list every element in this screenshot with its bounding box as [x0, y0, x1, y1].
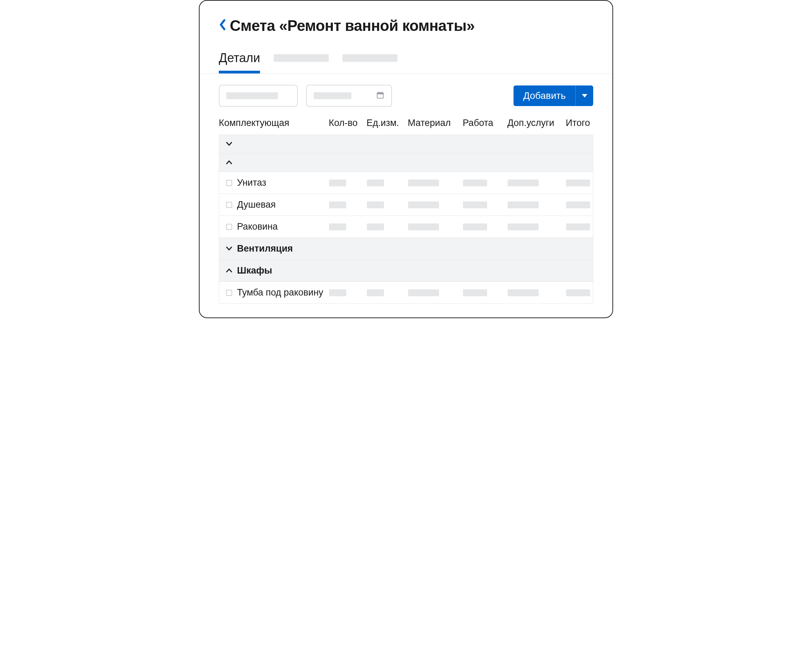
cell-placeholder	[463, 224, 487, 230]
cell-placeholder	[566, 289, 590, 296]
cell-placeholder	[508, 202, 539, 208]
col-work: Работа	[463, 118, 507, 128]
checkbox[interactable]	[226, 290, 232, 296]
field-placeholder	[314, 92, 351, 99]
col-component: Комплектующая	[219, 118, 329, 128]
group-row[interactable]	[219, 135, 593, 153]
tab-placeholder	[343, 54, 397, 62]
chevron-up-icon	[226, 267, 232, 274]
cell-placeholder	[508, 180, 539, 186]
chevron-down-icon	[226, 245, 232, 252]
svg-rect-1	[377, 93, 383, 95]
checkbox[interactable]	[226, 202, 232, 208]
cell-placeholder	[408, 289, 439, 296]
cell-placeholder	[329, 180, 346, 186]
group-row[interactable]: Вентиляция	[219, 238, 593, 260]
back-chevron-icon[interactable]	[219, 19, 226, 33]
table-row[interactable]: Душевая	[219, 194, 593, 216]
group-name: Шкафы	[237, 265, 272, 276]
title-row: Смета «Ремонт ванной комнаты»	[219, 17, 593, 34]
tab-details[interactable]: Детали	[219, 51, 260, 73]
table-header: Комплектующая Кол-во Ед.изм. Материал Ра…	[219, 118, 593, 134]
item-name: Унитаз	[237, 177, 266, 188]
svg-rect-2	[379, 91, 379, 93]
cell-placeholder	[408, 224, 439, 230]
add-button-group: Добавить	[513, 85, 593, 106]
table: Комплектующая Кол-во Ед.изм. Материал Ра…	[199, 118, 613, 317]
cell-placeholder	[463, 289, 487, 296]
tabs: Детали	[219, 51, 593, 73]
add-button-dropdown[interactable]	[575, 85, 593, 106]
cell-placeholder	[463, 180, 487, 186]
cell-placeholder	[329, 224, 346, 230]
col-unit: Ед.изм.	[367, 118, 408, 128]
col-total: Итого	[566, 118, 603, 128]
col-material: Материал	[408, 118, 463, 128]
add-button[interactable]: Добавить	[513, 85, 575, 106]
cell-placeholder	[329, 289, 346, 296]
page-title: Смета «Ремонт ванной комнаты»	[230, 17, 475, 34]
group-name: Вентиляция	[237, 243, 293, 254]
item-name: Душевая	[237, 199, 276, 210]
date-field[interactable]	[306, 85, 392, 107]
cell-placeholder	[508, 289, 539, 296]
cell-placeholder	[329, 202, 346, 208]
checkbox[interactable]	[226, 224, 232, 230]
group-row[interactable]	[219, 153, 593, 172]
item-name: Тумба под раковину	[237, 287, 323, 298]
col-services: Доп.услуги	[507, 118, 566, 128]
cell-placeholder	[367, 180, 384, 186]
group-row[interactable]: Шкафы	[219, 260, 593, 282]
cell-placeholder	[367, 289, 384, 296]
cell-placeholder	[367, 224, 384, 230]
table-row[interactable]: Унитаз	[219, 172, 593, 194]
cell-placeholder	[566, 180, 590, 186]
field-placeholder	[226, 92, 278, 99]
table-row[interactable]: Тумба под раковину	[219, 282, 593, 303]
cell-placeholder	[367, 202, 384, 208]
chevron-up-icon	[226, 159, 232, 166]
tab-placeholder	[274, 54, 329, 62]
toolbar: Добавить	[199, 74, 613, 118]
item-name: Раковина	[237, 221, 278, 232]
filter-field-1[interactable]	[219, 85, 298, 107]
table-row[interactable]: Раковина	[219, 216, 593, 238]
calendar-icon	[376, 91, 384, 101]
cell-placeholder	[408, 202, 439, 208]
cell-placeholder	[566, 224, 590, 230]
svg-rect-3	[381, 91, 382, 93]
checkbox[interactable]	[226, 180, 232, 186]
chevron-down-icon	[226, 140, 232, 148]
card-header: Смета «Ремонт ванной комнаты» Детали	[199, 1, 613, 73]
table-body: Унитаз Душевая	[219, 134, 593, 304]
estimate-card: Смета «Ремонт ванной комнаты» Детали Доб…	[199, 0, 613, 318]
col-qty: Кол-во	[329, 118, 367, 128]
cell-placeholder	[508, 224, 539, 230]
cell-placeholder	[566, 202, 590, 208]
cell-placeholder	[463, 202, 487, 208]
cell-placeholder	[408, 180, 439, 186]
